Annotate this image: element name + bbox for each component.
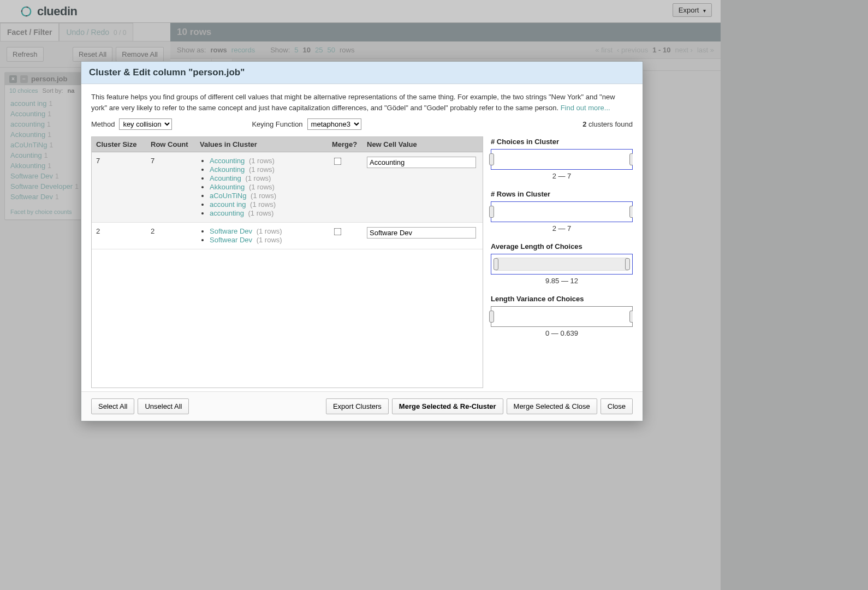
- slider-avglen-title: Average Length of Choices: [491, 242, 633, 251]
- cluster-value: Accounting (1 rows): [210, 157, 323, 165]
- cluster-value: accounting (1 rows): [210, 209, 323, 217]
- th-row-count: Row Count: [146, 137, 195, 152]
- th-new-val: New Cell Value: [362, 137, 483, 152]
- slider-handle-right[interactable]: [629, 153, 633, 165]
- new-value-input[interactable]: [367, 157, 476, 168]
- cluster-value-rows: (1 rows): [246, 209, 274, 217]
- slider-handle-left[interactable]: [489, 153, 494, 165]
- find-out-more-link[interactable]: Find out more...: [561, 104, 610, 112]
- cluster-value-link[interactable]: Acounting: [210, 174, 241, 182]
- cluster-value: account ing (1 rows): [210, 200, 323, 208]
- cluster-value-link[interactable]: Software Dev: [210, 227, 252, 235]
- cluster-value: Ackounting (1 rows): [210, 165, 323, 174]
- row-count: 2: [146, 223, 195, 249]
- th-merge: Merge?: [328, 137, 362, 152]
- cluster-value: Software Dev (1 rows): [210, 227, 323, 235]
- cluster-value-rows: (1 rows): [248, 192, 276, 200]
- cluster-value: Acounting (1 rows): [210, 174, 323, 182]
- cluster-value-link[interactable]: Accounting: [210, 157, 245, 165]
- cluster-table-wrap: Cluster Size Row Count Values in Cluster…: [91, 136, 483, 388]
- cluster-value-link[interactable]: Akkounting: [210, 183, 245, 191]
- close-button[interactable]: Close: [601, 398, 633, 414]
- slider-choices[interactable]: [491, 149, 633, 170]
- cluster-row: 77Accounting (1 rows)Ackounting (1 rows)…: [92, 152, 483, 223]
- values-cell: Software Dev (1 rows)Softwear Dev (1 row…: [195, 223, 328, 249]
- method-select[interactable]: key collision: [119, 118, 172, 130]
- merge-cell: [328, 223, 362, 249]
- cluster-value-link[interactable]: account ing: [210, 200, 246, 208]
- slider-avglen[interactable]: [491, 254, 633, 275]
- cluster-row: 22Software Dev (1 rows)Softwear Dev (1 r…: [92, 223, 483, 249]
- modal-controls-row: Method key collision Keying Function met…: [91, 118, 633, 130]
- cluster-value-rows: (1 rows): [254, 236, 282, 244]
- unselect-all-button[interactable]: Unselect All: [138, 398, 189, 414]
- cluster-value-rows: (1 rows): [247, 157, 275, 165]
- values-cell: Accounting (1 rows)Ackounting (1 rows)Ac…: [195, 152, 328, 223]
- new-value-input[interactable]: [367, 227, 476, 239]
- slider-handle-left[interactable]: [489, 206, 494, 218]
- slider-handle-left[interactable]: [494, 258, 498, 270]
- method-label: Method: [91, 120, 115, 128]
- slider-avglen-range: 9.85 — 12: [491, 277, 633, 285]
- cluster-value-link[interactable]: Ackounting: [210, 165, 245, 174]
- cluster-value-link[interactable]: Softwear Dev: [210, 236, 252, 244]
- keying-label: Keying Function: [252, 120, 302, 128]
- cluster-value-rows: (1 rows): [247, 183, 275, 191]
- slider-handle-right[interactable]: [625, 258, 630, 270]
- th-values: Values in Cluster: [195, 137, 328, 152]
- select-all-button[interactable]: Select All: [91, 398, 134, 414]
- cluster-value: aCoUnTiNg (1 rows): [210, 192, 323, 200]
- modal-description: This feature helps you find groups of di…: [91, 92, 633, 113]
- cluster-value-rows: (1 rows): [243, 174, 271, 182]
- cluster-value-rows: (1 rows): [247, 165, 275, 174]
- cluster-size: 2: [92, 223, 146, 249]
- slider-choices-range: 2 — 7: [491, 172, 633, 180]
- cluster-edit-modal: Cluster & Edit column "person.job" This …: [81, 61, 643, 421]
- merge-cell: [328, 152, 362, 223]
- merge-recluster-button[interactable]: Merge Selected & Re-Cluster: [392, 398, 503, 414]
- export-clusters-button[interactable]: Export Clusters: [326, 398, 389, 414]
- row-count: 7: [146, 152, 195, 223]
- merge-close-button[interactable]: Merge Selected & Close: [507, 398, 597, 414]
- cluster-value-link[interactable]: accounting: [210, 209, 244, 217]
- cluster-value-rows: (1 rows): [254, 227, 282, 235]
- slider-handle-right[interactable]: [629, 311, 633, 323]
- cluster-value-link[interactable]: aCoUnTiNg: [210, 192, 246, 200]
- slider-handle-right[interactable]: [629, 206, 633, 218]
- th-cluster-size: Cluster Size: [92, 137, 146, 152]
- slider-var-title: Length Variance of Choices: [491, 295, 633, 303]
- slider-var-range: 0 — 0.639: [491, 329, 633, 337]
- slider-choices-title: # Choices in Cluster: [491, 138, 633, 146]
- keying-select[interactable]: metaphone3: [307, 118, 361, 130]
- slider-rows-range: 2 — 7: [491, 224, 633, 233]
- slider-handle-left[interactable]: [489, 311, 494, 323]
- cluster-table: Cluster Size Row Count Values in Cluster…: [92, 137, 483, 249]
- modal-title: Cluster & Edit column "person.job": [81, 62, 643, 84]
- slider-rows-title: # Rows in Cluster: [491, 190, 633, 198]
- cluster-size: 7: [92, 152, 146, 223]
- merge-checkbox[interactable]: [334, 228, 342, 236]
- newval-cell: [362, 152, 483, 223]
- sliders-panel: # Choices in Cluster 2 — 7 # Rows in Clu…: [491, 136, 633, 388]
- cluster-value: Softwear Dev (1 rows): [210, 236, 323, 244]
- newval-cell: [362, 223, 483, 249]
- cluster-value: Akkounting (1 rows): [210, 183, 323, 191]
- modal-footer: Select All Unselect All Export Clusters …: [81, 391, 643, 421]
- slider-rows[interactable]: [491, 201, 633, 222]
- merge-checkbox[interactable]: [334, 158, 342, 165]
- slider-var[interactable]: [491, 306, 633, 327]
- clusters-found-label: clusters found: [586, 120, 633, 128]
- cluster-value-rows: (1 rows): [248, 200, 276, 208]
